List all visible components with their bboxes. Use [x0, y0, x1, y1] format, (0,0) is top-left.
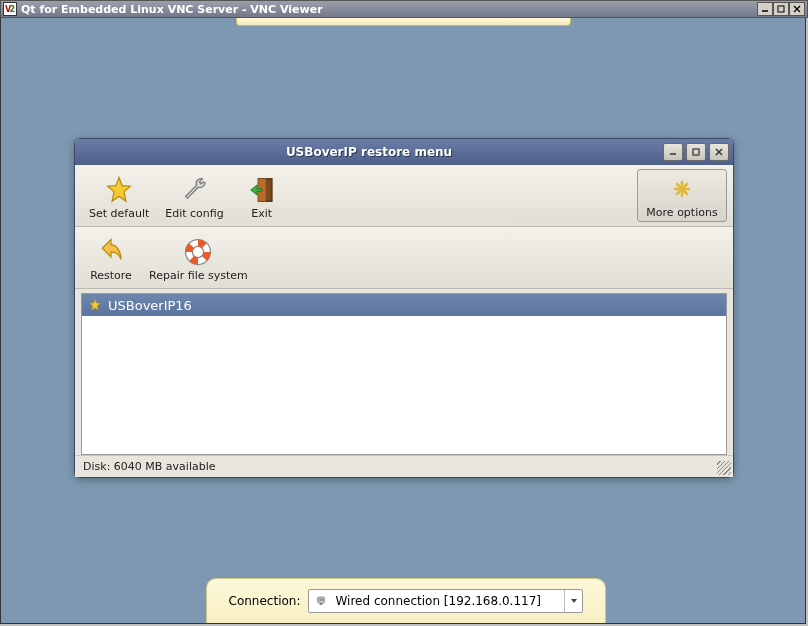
repair-fs-label: Repair file system: [149, 269, 248, 282]
restore-label: Restore: [90, 269, 132, 282]
connection-label: Connection:: [229, 594, 301, 608]
vnc-window-title: Qt for Embedded Linux VNC Server - VNC V…: [21, 3, 757, 16]
restore-button[interactable]: Restore: [81, 231, 141, 284]
svg-rect-16: [318, 597, 325, 603]
exit-label: Exit: [251, 207, 272, 220]
svg-rect-17: [320, 603, 323, 605]
window-maximize-button[interactable]: [686, 143, 706, 161]
exit-icon: [247, 173, 277, 207]
wrench-icon: [180, 173, 210, 207]
edit-config-label: Edit config: [165, 207, 223, 220]
star-small-icon: [88, 298, 102, 312]
vnc-window-controls: [757, 2, 805, 16]
disk-status-text: Disk: 6040 MB available: [83, 460, 216, 473]
star-icon: [104, 173, 134, 207]
exit-button[interactable]: Exit: [232, 169, 292, 222]
connection-dropdown[interactable]: Wired connection [192.168.0.117]: [308, 589, 583, 613]
window-minimize-button[interactable]: [663, 143, 683, 161]
window-title: USBoverIP restore menu: [75, 145, 663, 159]
lifebuoy-icon: [183, 235, 213, 269]
toolbar-spacer: [292, 169, 633, 222]
svg-rect-5: [693, 149, 699, 155]
vnc-logo-icon: [3, 2, 17, 16]
more-options-label: More options: [646, 206, 717, 219]
svg-rect-1: [778, 6, 784, 12]
window-titlebar[interactable]: USBoverIP restore menu: [75, 139, 733, 165]
top-panel-stub: [236, 18, 571, 26]
desktop-area: USBoverIP restore menu Set default: [0, 18, 806, 624]
dropdown-arrow-icon[interactable]: [564, 590, 582, 612]
more-options-button[interactable]: More options: [637, 169, 727, 222]
resize-grip[interactable]: [717, 461, 731, 475]
edit-config-button[interactable]: Edit config: [157, 169, 231, 222]
undo-arrow-icon: [96, 235, 126, 269]
restore-menu-window: USBoverIP restore menu Set default: [74, 138, 734, 478]
toolbar-secondary: Restore Repair file system: [75, 227, 733, 289]
connection-selected-text: Wired connection [192.168.0.117]: [335, 594, 541, 608]
toolbar-primary: Set default Edit config Exit: [75, 165, 733, 227]
status-bar: Disk: 6040 MB available: [75, 455, 733, 477]
vnc-titlebar: Qt for Embedded Linux VNC Server - VNC V…: [0, 0, 808, 18]
maximize-button[interactable]: [773, 2, 789, 16]
repair-fs-button[interactable]: Repair file system: [141, 231, 256, 284]
set-default-button[interactable]: Set default: [81, 169, 157, 222]
close-button[interactable]: [789, 2, 805, 16]
set-default-label: Set default: [89, 207, 149, 220]
restore-list[interactable]: USBoverIP16: [81, 293, 727, 455]
ethernet-plug-icon: [313, 593, 329, 609]
window-close-button[interactable]: [709, 143, 729, 161]
asterisk-icon: [670, 172, 694, 206]
list-item[interactable]: USBoverIP16: [82, 294, 726, 316]
connection-panel: Connection: Wired connection [192.168.0.…: [206, 578, 606, 623]
minimize-button[interactable]: [757, 2, 773, 16]
list-item-label: USBoverIP16: [108, 298, 192, 313]
window-controls: [663, 143, 729, 161]
